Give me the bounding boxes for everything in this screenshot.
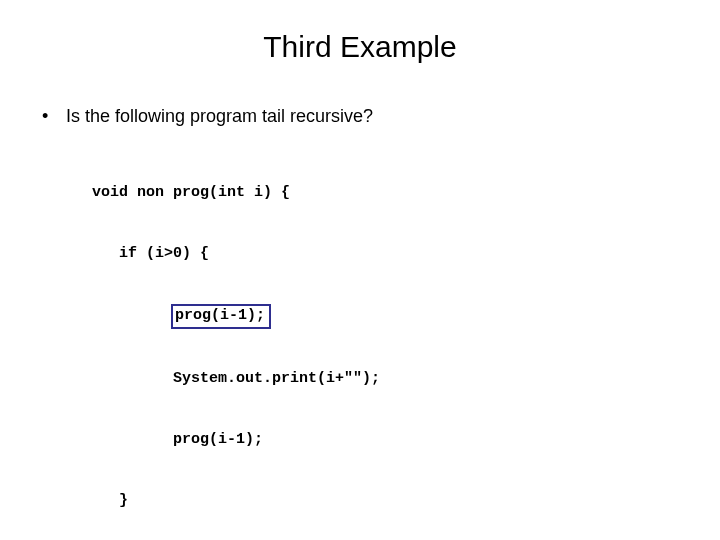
- bullet-dot: •: [40, 104, 66, 128]
- code-line-4: System.out.print(i+"");: [92, 369, 680, 389]
- code-line-6: }: [92, 491, 680, 511]
- code-line-2: if (i>0) {: [92, 244, 680, 264]
- slide-title: Third Example: [40, 30, 680, 64]
- highlight-box: prog(i-1);: [171, 304, 271, 328]
- code-line-1: void non prog(int i) {: [92, 183, 680, 203]
- code-block: void non prog(int i) { if (i>0) { prog(i…: [92, 142, 680, 540]
- slide: Third Example • Is the following program…: [0, 0, 720, 540]
- code-line-3: prog(i-1);: [92, 304, 680, 328]
- code-line-3-indent: [92, 307, 173, 324]
- bullet-1-text: Is the following program tail recursive?: [66, 104, 680, 128]
- code-line-5: prog(i-1);: [92, 430, 680, 450]
- bullet-1: • Is the following program tail recursiv…: [40, 104, 680, 128]
